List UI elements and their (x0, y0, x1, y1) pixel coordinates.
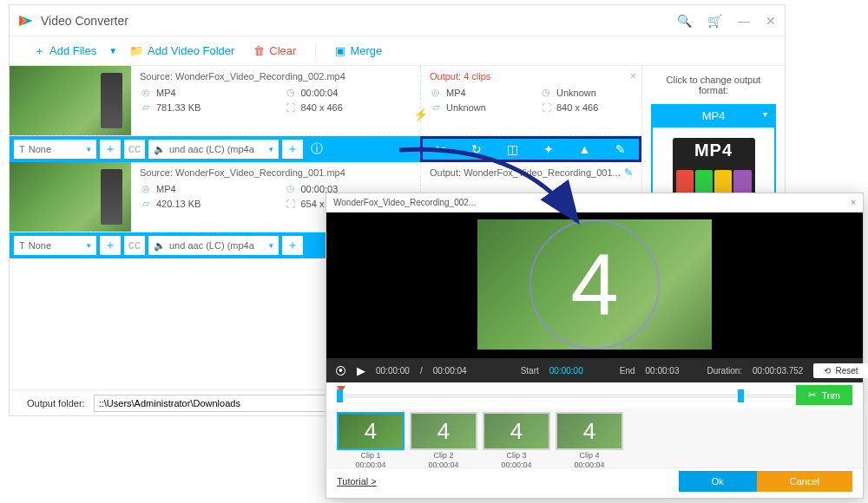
trim-end-handle[interactable] (738, 389, 744, 402)
subtitle-icon: T (19, 144, 25, 154)
folder-icon: ▱ (140, 101, 152, 113)
search-icon[interactable]: 🔍 (677, 14, 692, 28)
clock-icon: ◷ (285, 87, 297, 98)
editor-title: WonderFox_Video_Recording_002... (333, 198, 476, 207)
format-tab[interactable]: MP4 (651, 104, 776, 127)
edit-toolbar: ✂ ↻ ◫ ✦ ▲ ✎ (420, 136, 641, 162)
output-folder-label: Output folder: (27, 398, 85, 408)
trim-button[interactable]: ✂Trim (796, 385, 852, 405)
chevron-down-icon[interactable]: ▼ (108, 46, 117, 56)
resolution-icon: ⛶ (540, 102, 552, 113)
folder-icon: ▱ (430, 101, 442, 113)
video-thumbnail[interactable] (10, 162, 131, 232)
meta-duration: ◷00:00:04 (285, 87, 412, 98)
close-icon[interactable]: × (851, 198, 856, 207)
cart-icon[interactable]: 🛒 (707, 14, 722, 28)
scissors-icon: ✂ (808, 389, 816, 401)
add-audio-button[interactable]: ＋ (282, 236, 303, 255)
tutorial-link[interactable]: Tutorial > (337, 476, 377, 487)
format-icon: ◎ (430, 87, 442, 98)
watermark-icon[interactable]: ▲ (579, 142, 591, 156)
cc-button[interactable]: CC (124, 140, 145, 159)
minimize-icon[interactable]: — (738, 14, 750, 28)
add-subtitle-button[interactable]: ＋ (100, 140, 121, 159)
ok-button[interactable]: Ok (679, 471, 757, 492)
trash-icon: 🗑 (253, 44, 265, 57)
reset-button[interactable]: ⟲Reset (813, 363, 868, 378)
cancel-button[interactable]: Cancel (757, 471, 852, 492)
add-files-button[interactable]: ＋Add Files (27, 40, 103, 62)
time-current: 00:00:00 (376, 366, 410, 376)
add-audio-button[interactable]: ＋ (282, 140, 303, 159)
merge-icon: ▣ (335, 44, 345, 57)
format-icon: ◎ (140, 183, 152, 194)
add-subtitle-button[interactable]: ＋ (100, 236, 121, 255)
source-path: Source: WonderFox_Video_Recording_001.mp… (140, 167, 411, 178)
clock-icon: ◷ (540, 87, 552, 98)
speaker-icon: 🔈 (154, 240, 166, 252)
bolt-icon: ⚡ (413, 108, 428, 121)
play-icon[interactable]: ▶ (357, 364, 365, 377)
resolution-icon: ⛶ (285, 199, 297, 209)
rotate-icon[interactable]: ↻ (471, 142, 482, 156)
titlebar: Video Converter 🔍 🛒 — ✕ (10, 5, 785, 36)
pen-icon[interactable]: ✎ (615, 142, 626, 156)
prev-frame-icon[interactable]: ⦿ (335, 364, 346, 377)
add-folder-button[interactable]: 📁Add Video Folder (122, 41, 241, 61)
subtitle-select[interactable]: TNone (14, 236, 96, 255)
clip-item[interactable]: 4Clip 100:00:04 (337, 412, 404, 464)
clock-icon: ◷ (285, 183, 297, 194)
remove-file-button[interactable]: × (629, 69, 636, 82)
resolution-icon: ⛶ (285, 102, 297, 113)
preview-frame[interactable]: 4 (477, 219, 712, 349)
clip-item[interactable]: 4Clip 200:00:04 (410, 412, 477, 464)
folder-icon: 📁 (129, 44, 143, 57)
subtitle-select[interactable]: TNone (14, 140, 96, 159)
end-value[interactable]: 00:00:03 (646, 366, 680, 376)
toolbar: ＋Add Files ▼ 📁Add Video Folder 🗑Clear ▣M… (10, 36, 785, 66)
app-title: Video Converter (41, 14, 677, 28)
source-path: Source: WonderFox_Video_Recording_002.mp… (140, 71, 411, 82)
duration-label: Duration: (707, 366, 742, 376)
output-folder-input[interactable] (94, 395, 345, 412)
format-icon: ◎ (140, 87, 152, 98)
subtitle-icon: T (19, 240, 25, 251)
clip-item[interactable]: 4Clip 400:00:04 (556, 412, 623, 464)
editor-titlebar: WonderFox_Video_Recording_002... × (326, 193, 863, 212)
output-title: Output: WonderFox_Video_Recording_001... (430, 167, 633, 178)
format-hint: Click to change output format: (651, 75, 776, 95)
merge-button[interactable]: ▣Merge (328, 41, 389, 61)
video-thumbnail[interactable] (10, 66, 131, 135)
clip-item[interactable]: 4Clip 300:00:04 (483, 412, 550, 464)
output-title: Output: 4 clips (430, 71, 633, 82)
start-value[interactable]: 00:00:00 (549, 366, 583, 376)
meta-resolution: ⛶840 x 466 (285, 101, 412, 113)
file-strip: TNone ＋ CC 🔈und aac (LC) (mp4a ＋ ⓘ ✂ ↻ ◫… (10, 136, 641, 162)
meta-size: ▱781.33 KB (140, 101, 267, 113)
file-row[interactable]: Source: WonderFox_Video_Recording_002.mp… (10, 66, 641, 136)
crop-icon[interactable]: ◫ (507, 142, 518, 156)
meta-format: ◎MP4 (140, 87, 267, 98)
close-icon[interactable]: ✕ (766, 14, 776, 28)
audio-select[interactable]: 🔈und aac (LC) (mp4a (148, 140, 279, 159)
start-label: Start (521, 366, 539, 376)
app-logo-icon (18, 13, 34, 29)
edit-icon[interactable]: ✎ (624, 167, 633, 179)
countdown-number: 4 (477, 219, 712, 349)
cc-button[interactable]: CC (124, 236, 145, 255)
editor-footer: Tutorial > Ok Cancel (326, 467, 863, 493)
cut-icon[interactable]: ✂ (436, 142, 446, 156)
info-button[interactable]: ⓘ (306, 140, 327, 159)
preview-area: 4 (326, 212, 863, 358)
clips-row: 4Clip 100:00:04 4Clip 200:00:04 4Clip 30… (326, 408, 863, 467)
trim-start-handle[interactable] (337, 389, 343, 402)
clear-button[interactable]: 🗑Clear (247, 41, 303, 61)
audio-select[interactable]: 🔈und aac (LC) (mp4a (148, 236, 279, 255)
time-total: 00:00:04 (433, 366, 467, 376)
effects-icon[interactable]: ✦ (543, 142, 554, 156)
trim-editor-dialog: WonderFox_Video_Recording_002... × 4 ⦿ ▶… (326, 193, 864, 499)
refresh-icon: ⟲ (824, 366, 831, 376)
timeline[interactable]: ✂Trim (326, 382, 863, 408)
player-controls: ⦿ ▶ 00:00:00/00:00:04 Start 00:00:00 End… (326, 358, 863, 382)
timeline-track[interactable] (337, 394, 852, 398)
